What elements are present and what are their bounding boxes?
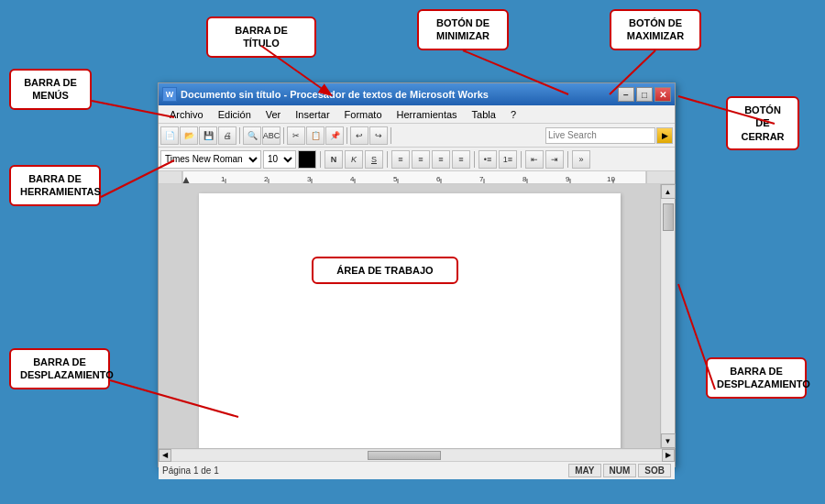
align-center-button[interactable]: ≡ — [412, 150, 430, 169]
window-title: Documento sin título - Procesador de tex… — [181, 89, 618, 100]
maximize-button[interactable]: □ — [636, 87, 653, 102]
toolbar-separator-1 — [239, 127, 240, 144]
status-sob: SOB — [638, 464, 671, 477]
svg-rect-9 — [182, 171, 646, 184]
document-page[interactable] — [199, 193, 621, 448]
menu-formato[interactable]: Formato — [337, 107, 390, 122]
paste-button[interactable]: 📌 — [325, 126, 344, 145]
callout-herramientas: BARRA DE HERRAMIENTAS — [9, 165, 101, 206]
scroll-track-horizontal[interactable] — [171, 450, 662, 461]
scroll-left-button[interactable]: ◀ — [159, 449, 171, 462]
callout-titulo: BARRA DE TÍTULO — [206, 16, 316, 58]
menu-bar: Archivo Edición Ver Insertar Formato Her… — [159, 105, 675, 124]
callout-desplazamiento-izq: BARRA DE DESPLAZAMIENTO — [9, 348, 110, 389]
callout-menus: BARRA DE MENÚS — [9, 69, 92, 110]
toolbar-separator-4 — [390, 127, 391, 144]
redo-button[interactable]: ↪ — [369, 126, 388, 145]
callout-area: ÁREA DE TRABAJO — [312, 257, 458, 284]
scroll-thumb-horizontal[interactable] — [368, 451, 441, 460]
scroll-track-vertical[interactable] — [662, 199, 675, 433]
svg-text:2: 2 — [264, 175, 269, 183]
svg-text:6: 6 — [436, 175, 441, 183]
save-button[interactable]: 💾 — [199, 126, 217, 145]
ruler: 1 2 3 4 5 6 7 8 9 10 — [159, 171, 675, 184]
font-selector[interactable]: Times New Roman Arial — [160, 150, 261, 169]
svg-text:7: 7 — [479, 175, 484, 183]
ruler-svg: 1 2 3 4 5 6 7 8 9 10 — [159, 171, 675, 184]
svg-text:4: 4 — [350, 175, 355, 183]
align-left-button[interactable]: ≡ — [391, 150, 410, 169]
callout-cerrar: BOTÓN DE CERRAR — [726, 96, 799, 150]
callout-desplazamiento-der: BARRA DE DESPLAZAMIENTO — [706, 357, 807, 399]
more-button[interactable]: » — [572, 150, 590, 169]
copy-button[interactable]: 📋 — [306, 126, 324, 145]
menu-help[interactable]: ? — [503, 107, 523, 122]
toolbar-1: 📄 📂 💾 🖨 🔍 ABC ✂ 📋 📌 ↩ ↪ ▶ — [159, 124, 675, 148]
app-icon: W — [162, 87, 177, 102]
align-right-button[interactable]: ≡ — [432, 150, 450, 169]
status-may: MAY — [568, 464, 600, 477]
underline-button[interactable]: S — [365, 150, 383, 169]
toolbar-separator-9 — [567, 151, 568, 168]
svg-text:8: 8 — [522, 175, 527, 183]
spellcheck-button[interactable]: ABC — [262, 126, 280, 145]
svg-text:5: 5 — [393, 175, 398, 183]
svg-text:10: 10 — [607, 175, 615, 183]
title-bar: W Documento sin título - Procesador de t… — [159, 83, 675, 105]
menu-insertar[interactable]: Insertar — [288, 107, 336, 122]
svg-text:3: 3 — [307, 175, 312, 183]
scroll-thumb-vertical[interactable] — [663, 203, 674, 231]
cut-button[interactable]: ✂ — [287, 126, 305, 145]
bold-button[interactable]: N — [324, 150, 343, 169]
page-info: Página 1 de 1 — [162, 466, 566, 476]
svg-text:9: 9 — [566, 175, 570, 183]
scroll-up-button[interactable]: ▲ — [661, 184, 676, 199]
search-go-button[interactable]: ▶ — [656, 127, 673, 144]
ruler-inner: 1 2 3 4 5 6 7 8 9 10 — [159, 171, 675, 183]
menu-tabla[interactable]: Tabla — [465, 107, 503, 122]
decrease-indent-button[interactable]: ⇤ — [525, 150, 544, 169]
search-input[interactable] — [545, 127, 655, 144]
menu-ver[interactable]: Ver — [258, 107, 289, 122]
editor-wrapper: ▲ ▼ — [159, 184, 675, 448]
italic-button[interactable]: K — [345, 150, 363, 169]
undo-button[interactable]: ↩ — [350, 126, 368, 145]
increase-indent-button[interactable]: ⇥ — [545, 150, 564, 169]
toolbar-separator-6 — [387, 151, 388, 168]
scrollbar-vertical[interactable]: ▲ ▼ — [660, 184, 675, 448]
callout-maximizar: BOTÓN DE MAXIMIZAR — [610, 9, 701, 50]
toolbar-separator-2 — [283, 127, 284, 144]
menu-herramientas[interactable]: Herramientas — [390, 107, 465, 122]
callout-minimizar: BOTÓN DE MINIMIZAR — [417, 9, 509, 50]
toolbar-separator-7 — [474, 151, 475, 168]
menu-edicion[interactable]: Edición — [211, 107, 258, 122]
toolbar-separator-8 — [521, 151, 522, 168]
print-preview-button[interactable]: 🔍 — [243, 126, 261, 145]
size-selector[interactable]: 10 12 — [263, 150, 296, 169]
status-num: NUM — [603, 464, 637, 477]
close-button[interactable]: ✕ — [654, 87, 671, 102]
status-bar: Página 1 de 1 MAY NUM SOB — [159, 461, 675, 479]
menu-archivo[interactable]: Archivo — [162, 107, 211, 122]
svg-text:1: 1 — [221, 175, 226, 183]
scroll-down-button[interactable]: ▼ — [661, 433, 676, 448]
toolbar-separator-5 — [320, 151, 321, 168]
numbering-button[interactable]: 1≡ — [499, 150, 517, 169]
toolbar-2: Times New Roman Arial 10 12 N K S ≡ ≡ ≡ … — [159, 148, 675, 171]
scroll-right-button[interactable]: ▶ — [662, 449, 675, 462]
color-picker[interactable] — [298, 150, 316, 169]
scrollbar-horizontal[interactable]: ◀ ▶ — [159, 448, 675, 461]
status-indicators: MAY NUM SOB — [566, 464, 671, 477]
open-button[interactable]: 📂 — [180, 126, 198, 145]
minimize-button[interactable]: − — [618, 87, 634, 102]
editor-area[interactable] — [159, 184, 660, 448]
window-controls: − □ ✕ — [618, 87, 671, 102]
toolbar-separator-3 — [346, 127, 347, 144]
bullets-button[interactable]: •≡ — [478, 150, 497, 169]
new-doc-button[interactable]: 📄 — [160, 126, 179, 145]
print-button[interactable]: 🖨 — [218, 126, 236, 145]
justify-button[interactable]: ≡ — [452, 150, 470, 169]
